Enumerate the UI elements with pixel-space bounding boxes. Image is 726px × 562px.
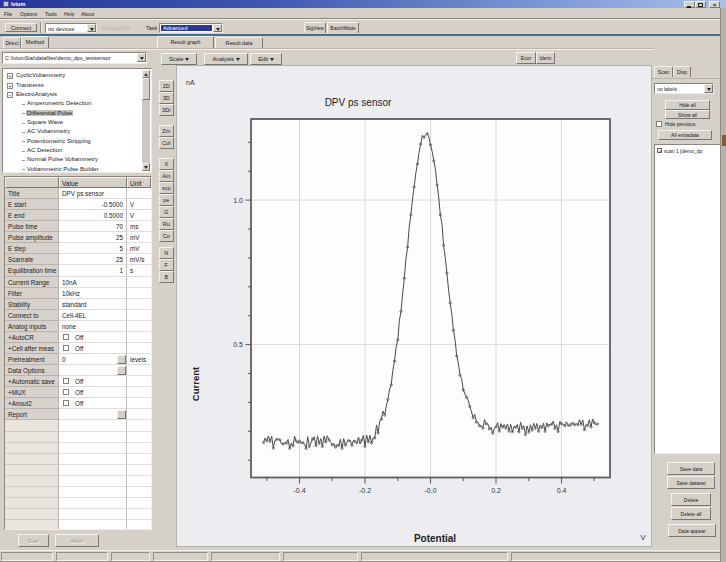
svg-text:0.2: 0.2	[491, 487, 501, 494]
svg-text:V: V	[640, 533, 645, 542]
svg-text:nA: nA	[186, 79, 195, 86]
svg-text:-0.0: -0.0	[424, 487, 436, 494]
svg-text:0.5: 0.5	[233, 341, 243, 348]
svg-text:1.0: 1.0	[233, 197, 243, 204]
svg-text:0.4: 0.4	[557, 487, 567, 494]
svg-text:Current: Current	[190, 366, 201, 401]
svg-text:DPV ps sensor: DPV ps sensor	[325, 97, 392, 108]
svg-text:-0.4: -0.4	[293, 487, 305, 494]
svg-text:Potential: Potential	[414, 533, 456, 544]
svg-text:-0.2: -0.2	[359, 487, 371, 494]
